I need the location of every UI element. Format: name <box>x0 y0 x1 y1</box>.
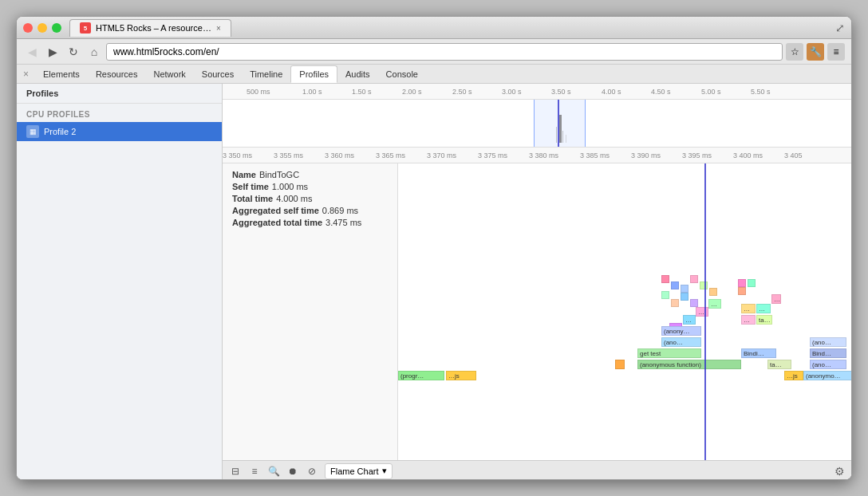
flame-bar[interactable]: (anonymous function) <box>637 360 741 369</box>
tick-150s: 1.50 s <box>352 88 372 96</box>
home-button[interactable]: ⌂ <box>85 43 103 61</box>
list-icon[interactable]: ≡ <box>248 465 261 478</box>
dtick-3365: 3 365 ms <box>376 152 405 159</box>
menu-icon[interactable]: ≡ <box>827 43 845 61</box>
tick-350s: 3.50 s <box>551 88 571 96</box>
tab-console[interactable]: Console <box>378 65 426 83</box>
browser-window: 5 HTML5 Rocks – A resource… × ⤢ ◀ ▶ ↻ ⌂ … <box>16 16 852 480</box>
tab-profiles[interactable]: Profiles <box>290 65 337 83</box>
flame-bar[interactable] <box>690 299 698 307</box>
tab-sources[interactable]: Sources <box>194 65 242 83</box>
flame-bar[interactable]: … <box>756 304 771 313</box>
tab-audits[interactable]: Audits <box>337 65 378 83</box>
flame-container: Name BindToGC Self time 1.000 ms Total t… <box>223 163 851 460</box>
dtick-3350: 3 350 ms <box>223 152 252 159</box>
tab-resources[interactable]: Resources <box>88 65 146 83</box>
info-self-label: Self time <box>232 182 269 191</box>
flame-bar[interactable] <box>671 281 679 289</box>
devtools-close-button[interactable]: × <box>23 69 29 80</box>
flame-chart-area[interactable]: (progr……js…js(anonymo…(program)BindTo…ht… <box>398 163 851 460</box>
spike-left <box>556 127 557 143</box>
stop-icon[interactable]: ⊘ <box>306 465 318 478</box>
flame-bar[interactable] <box>661 291 669 299</box>
flame-bar[interactable] <box>738 287 746 295</box>
info-agg-total-value: 3.475 ms <box>326 218 361 227</box>
tab-title: HTML5 Rocks – A resource… <box>96 23 211 33</box>
close-button[interactable] <box>23 23 33 33</box>
flame-bar[interactable]: (anony… <box>661 326 701 336</box>
flame-bar[interactable] <box>681 293 688 301</box>
flame-bar[interactable]: (ano… <box>661 337 701 347</box>
flame-bar[interactable]: (ano… <box>810 360 846 369</box>
flame-bar[interactable]: … <box>741 315 756 325</box>
minimize-button[interactable] <box>37 23 47 33</box>
flame-bar[interactable]: (anonymo… <box>803 371 851 380</box>
overview-area[interactable] <box>223 100 851 148</box>
flame-bar[interactable]: … <box>771 294 781 304</box>
bookmark-icon[interactable]: ☆ <box>786 43 803 61</box>
info-agg-total-label: Aggregated total time <box>232 218 322 227</box>
tick-250s: 2.50 s <box>452 88 472 96</box>
address-bar[interactable] <box>106 43 783 61</box>
flame-bar[interactable]: …js <box>784 371 803 380</box>
flame-bar[interactable]: …js <box>446 371 476 380</box>
flame-bar[interactable]: … <box>696 307 708 317</box>
browser-tab[interactable]: 5 HTML5 Rocks – A resource… × <box>69 19 231 37</box>
tab-network[interactable]: Network <box>145 65 193 83</box>
flame-chart-dropdown[interactable]: Flame Chart ▾ <box>325 463 393 479</box>
fullscreen-icon[interactable]: ⤢ <box>835 22 845 34</box>
flame-bar[interactable] <box>681 285 688 293</box>
info-name-value: BindToGC <box>259 170 299 179</box>
bottom-bar: ⊟ ≡ 🔍 ⏺ ⊘ Flame Chart ▾ ⚙ <box>223 460 851 480</box>
flame-bar[interactable]: (ano… <box>810 337 846 347</box>
forward-button[interactable]: ▶ <box>44 43 61 61</box>
flame-bar[interactable] <box>738 279 746 287</box>
tab-favicon: 5 <box>80 22 91 33</box>
info-row-name: Name BindToGC <box>232 170 388 179</box>
tick-5s: 5.00 s <box>701 88 721 96</box>
flame-bar[interactable]: get test <box>637 348 701 358</box>
tab-bar: 5 HTML5 Rocks – A resource… × <box>69 19 835 37</box>
flame-cursor-line <box>704 163 706 460</box>
flame-bar[interactable] <box>661 275 669 283</box>
sidebar-item-profile2[interactable]: ▦ Profile 2 <box>17 122 222 141</box>
flame-bar[interactable]: ta… <box>756 315 772 325</box>
tab-timeline[interactable]: Timeline <box>242 65 290 83</box>
dtick-3375: 3 375 ms <box>478 152 507 159</box>
flame-bar[interactable]: … <box>683 315 696 325</box>
extension-icon[interactable]: 🔧 <box>807 43 824 61</box>
record-icon[interactable]: ⏺ <box>286 465 299 478</box>
tick-4s: 4.00 s <box>602 88 621 96</box>
flame-bar[interactable] <box>671 299 679 307</box>
flame-bar[interactable] <box>748 279 756 287</box>
back-button[interactable]: ◀ <box>23 43 41 61</box>
spike-right2 <box>566 135 566 143</box>
tick-500ms: 500 ms <box>247 88 270 96</box>
flame-bar[interactable]: … <box>708 299 721 309</box>
layers-icon[interactable]: ⊟ <box>229 465 242 478</box>
info-row-self: Self time 1.000 ms <box>232 182 388 191</box>
flame-bar[interactable]: … <box>741 304 756 313</box>
search-icon[interactable]: 🔍 <box>267 465 280 478</box>
dropdown-label: Flame Chart <box>330 466 379 476</box>
dtick-3380: 3 380 ms <box>529 152 558 159</box>
devtools-body: Profiles CPU PROFILES ▦ Profile 2 500 ms… <box>17 84 851 480</box>
flame-bar[interactable] <box>700 281 708 289</box>
flame-bar[interactable]: Bind… <box>810 348 846 358</box>
flame-bar[interactable] <box>615 360 625 369</box>
flame-bar[interactable]: Bindi… <box>741 348 776 358</box>
maximize-button[interactable] <box>52 23 61 33</box>
flame-bar[interactable]: ta… <box>767 360 791 369</box>
flame-bar[interactable] <box>709 288 717 296</box>
tab-elements[interactable]: Elements <box>35 65 88 83</box>
gear-icon[interactable]: ⚙ <box>834 465 845 478</box>
dtick-3390: 3 390 ms <box>631 152 661 159</box>
flame-bar[interactable] <box>690 275 698 283</box>
dtick-3395: 3 395 ms <box>682 152 712 159</box>
tick-3s: 3.00 s <box>502 88 522 96</box>
flame-bar[interactable]: (progr… <box>398 371 444 380</box>
tab-close-button[interactable]: × <box>216 24 221 33</box>
overview-ruler: 500 ms 1.00 s 1.50 s 2.00 s 2.50 s 3.00 … <box>223 84 851 100</box>
info-agg-self-value: 0.869 ms <box>322 206 358 215</box>
reload-button[interactable]: ↻ <box>65 43 82 61</box>
